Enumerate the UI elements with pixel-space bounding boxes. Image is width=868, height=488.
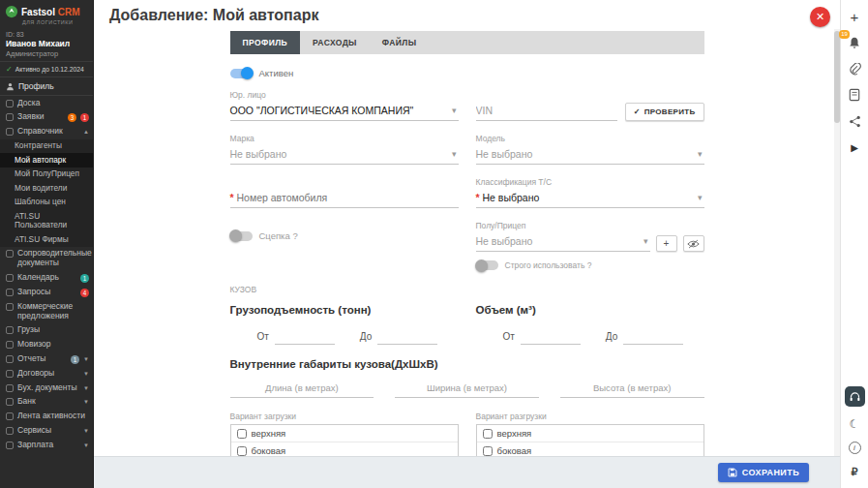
legal-entity-select[interactable]: ООО "ЛОГИСТИЧЕСКАЯ КОМПАНИЯ"	[230, 103, 459, 121]
checkbox[interactable]	[483, 446, 493, 456]
notifications-button[interactable]: 19	[846, 34, 863, 51]
unloading-option-top[interactable]: верхняя	[477, 425, 703, 442]
moon-icon: ☾	[850, 417, 860, 431]
menu-icon	[6, 100, 14, 107]
trailer-label: Полу/Прицеп	[476, 221, 704, 230]
classification-select[interactable]: Не выбрано	[476, 190, 704, 208]
eye-off-icon	[687, 239, 700, 249]
capacity-to-input[interactable]	[377, 326, 437, 345]
tab-files[interactable]: ФАЙЛЫ	[370, 31, 430, 54]
loading-option-top[interactable]: верхняя	[231, 425, 458, 442]
subscription-text: Активно до 10.12.2024	[15, 66, 84, 73]
sidebar-item-my-drivers[interactable]: Мои водители	[0, 181, 93, 196]
row-coupling-trailer: Сцепка ? Полу/Прицеп Не выбрано +	[230, 221, 704, 270]
menu-icon	[6, 326, 14, 334]
tab-profile[interactable]: ПРОФИЛЬ	[230, 31, 301, 54]
share-button[interactable]	[846, 112, 863, 130]
checkbox[interactable]	[237, 446, 247, 456]
info-button[interactable]: i	[849, 442, 861, 454]
close-icon: ✕	[816, 11, 824, 23]
sidebar-item-movizor[interactable]: Мовизор	[0, 338, 93, 352]
trailer-add-button[interactable]: +	[656, 235, 677, 252]
model-select[interactable]: Не выбрано	[476, 146, 704, 165]
app-window: Fastsol CRM ДЛЯ ЛОГИСТИКИ ID: 83 Иванов …	[0, 0, 868, 488]
sidebar-item-accompanying-docs[interactable]: Сопроводительные документы	[0, 247, 93, 271]
sidebar-item-commercial-offers[interactable]: Коммерческие предложения	[0, 299, 93, 323]
save-button[interactable]: СОХРАНИТЬ	[718, 463, 809, 482]
volume-to-label: До	[606, 331, 617, 345]
row-legal-vin: Юр. лицо ООО "ЛОГИСТИЧЕСКАЯ КОМПАНИЯ" ✓ …	[230, 90, 704, 121]
unloading-field: Вариант разгрузки верхняя боковая	[476, 412, 704, 456]
trailer-hide-button[interactable]	[683, 235, 704, 252]
unloading-option-side[interactable]: боковая	[477, 442, 703, 456]
vin-check-button[interactable]: ✓ ПРОВЕРИТЬ	[625, 103, 704, 121]
sidebar-item-calendar[interactable]: Календарь 1	[0, 270, 93, 285]
sidebar-item-atisu-users[interactable]: ATI.SU Пользователи	[0, 209, 93, 232]
sidebar-item-price-templates[interactable]: Шаблоны цен	[0, 196, 93, 210]
strict-use-toggle[interactable]	[476, 260, 498, 270]
attachments-button[interactable]	[846, 60, 863, 77]
trailer-select[interactable]: Не выбрано	[476, 233, 650, 252]
width-input[interactable]	[395, 381, 539, 398]
play-button[interactable]: ▶	[846, 138, 863, 156]
checkbox[interactable]	[237, 429, 247, 439]
chevron-down-icon	[83, 428, 89, 434]
volume-from-label: От	[503, 331, 515, 345]
coupling-toggle[interactable]	[230, 231, 253, 241]
sidebar-item-cargo[interactable]: Грузы	[0, 323, 93, 338]
theme-button[interactable]: ☾	[846, 415, 863, 433]
sidebar-item-my-semitrailer[interactable]: Мой ПолуПрицеп	[0, 168, 93, 182]
chevron-down-icon	[83, 399, 89, 405]
sidebar-item-activity-feed[interactable]: Лента активности	[0, 410, 93, 424]
scrollbar-thumb[interactable]	[834, 31, 840, 123]
headset-icon	[849, 391, 861, 403]
user-role: Администратор	[6, 49, 87, 58]
sidebar-item-board[interactable]: Доска	[0, 96, 93, 110]
sidebar-item-reports[interactable]: Отчеты 1	[0, 351, 93, 366]
logo-icon	[5, 5, 18, 18]
close-button[interactable]: ✕	[810, 7, 830, 27]
sidebar-item-bank[interactable]: Банк	[0, 395, 93, 410]
sidebar-item-atisu-firms[interactable]: ATI.SU Фирмы	[0, 232, 93, 247]
sidebar-item-directory[interactable]: Справочник	[0, 125, 93, 139]
checkbox[interactable]	[483, 429, 493, 439]
user-block: ID: 83 Иванов Михаил Администратор	[0, 28, 93, 61]
volume-to-input[interactable]	[623, 326, 683, 345]
capacity-from-input[interactable]	[275, 326, 335, 345]
vin-input[interactable]	[476, 103, 617, 121]
chevron-down-icon	[83, 371, 89, 377]
add-button[interactable]: +	[846, 8, 863, 25]
active-toggle[interactable]	[230, 69, 253, 78]
loading-field: Вариант загрузки верхняя боковая	[230, 412, 459, 456]
brand-select[interactable]: Не выбрано	[230, 146, 459, 165]
height-input[interactable]	[560, 381, 704, 398]
form-tabs: ПРОФИЛЬ РАСХОДЫ ФАЙЛЫ	[230, 31, 704, 54]
car-number-input[interactable]: Номер автомобиля	[230, 190, 459, 208]
sidebar-item-requests[interactable]: Заявки 3 1	[0, 110, 93, 125]
menu-icon	[6, 442, 14, 449]
sidebar-item-contracts[interactable]: Договоры	[0, 366, 93, 381]
volume-group: Объем (м³) От До	[476, 304, 704, 345]
billing-button[interactable]: ₽	[846, 463, 863, 480]
tab-expenses[interactable]: РАСХОДЫ	[300, 31, 370, 54]
length-input[interactable]	[230, 381, 374, 398]
vertical-scrollbar[interactable]	[834, 29, 840, 456]
sidebar-item-my-fleet[interactable]: Мой автопарк	[0, 153, 93, 168]
sidebar-item-salary[interactable]: Зарплата	[0, 438, 93, 452]
knowledge-base-button[interactable]	[846, 86, 863, 104]
sidebar-item-services[interactable]: Сервисы	[0, 423, 93, 438]
volume-from-input[interactable]	[521, 326, 581, 345]
requests-badge-red: 1	[80, 113, 89, 122]
loading-option-side[interactable]: боковая	[231, 442, 458, 456]
toolbar-bottom-group: ☾ i ₽	[845, 386, 865, 480]
profile-link[interactable]: Профиль	[0, 76, 93, 96]
share-icon	[849, 115, 861, 128]
support-button[interactable]	[845, 386, 865, 407]
save-icon	[728, 468, 737, 477]
sidebar-item-accounting-docs[interactable]: Бух. документы	[0, 381, 93, 395]
volume-title: Объем (м³)	[476, 304, 704, 316]
active-toggle-label: Активен	[259, 68, 294, 78]
brand-label: Марка	[230, 134, 459, 143]
sidebar-item-contractors[interactable]: Контрагенты	[0, 139, 93, 154]
sidebar-item-queries[interactable]: Запросы 4	[0, 285, 93, 299]
